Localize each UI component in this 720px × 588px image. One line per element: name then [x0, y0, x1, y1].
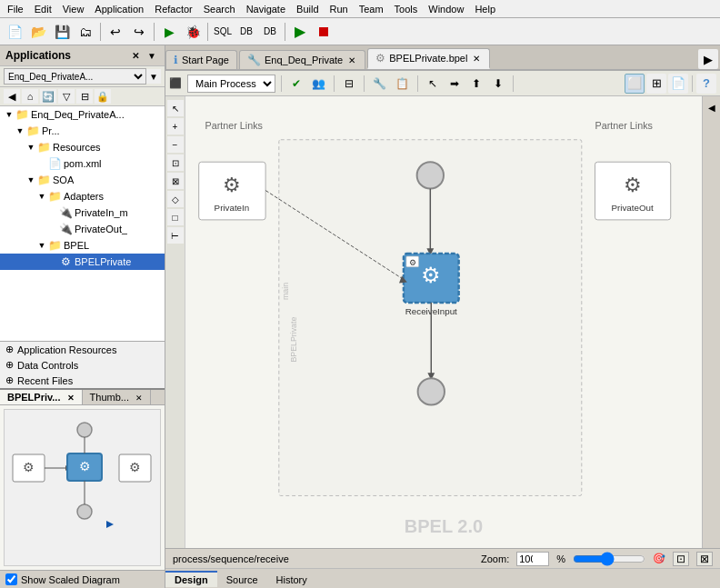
menu-team[interactable]: Team: [354, 2, 389, 16]
cursor-btn[interactable]: ↖: [424, 75, 442, 93]
people-btn[interactable]: 👥: [309, 75, 328, 93]
menu-edit[interactable]: Edit: [29, 2, 57, 16]
new-btn[interactable]: 📄: [4, 22, 25, 42]
menu-file[interactable]: File: [2, 2, 29, 16]
clipboard-btn[interactable]: 📋: [393, 75, 412, 93]
zoom-out-btn[interactable]: ⊠: [696, 552, 713, 566]
sql-btn[interactable]: SQL: [212, 22, 234, 42]
app-header-expand[interactable]: ▼: [145, 48, 159, 63]
minus-btn[interactable]: ⊟: [340, 75, 358, 93]
tree-lock-btn[interactable]: 🔒: [95, 89, 111, 104]
data-controls-item[interactable]: ⊕ Data Controls: [0, 357, 165, 373]
tree-node-bpelprivate[interactable]: ▷ ⚙ BPELPrivate: [0, 254, 165, 270]
bpel-private-tab-close[interactable]: ✕: [471, 54, 482, 64]
arrow-btn[interactable]: ➡: [445, 75, 464, 93]
undo-btn[interactable]: ↩: [105, 22, 126, 42]
tab-bpel-private[interactable]: ⚙ BPELPrivate.bpel ✕: [367, 48, 490, 69]
run-btn[interactable]: ▶: [158, 22, 180, 42]
app-header-close[interactable]: ✕: [128, 48, 143, 63]
tree-back-btn[interactable]: ◀: [4, 89, 20, 104]
wrench-btn[interactable]: 🔧: [370, 75, 389, 93]
menu-window[interactable]: Window: [423, 2, 469, 16]
debug-btn[interactable]: 🐞: [182, 22, 204, 42]
tab-enq-deq[interactable]: 🔧 Enq_Deq_Private ✕: [239, 50, 365, 69]
tree-node-pom[interactable]: ▷ 📄 pom.xml: [0, 155, 165, 172]
app-filter-select[interactable]: Enq_Deq_PrivateA...: [4, 68, 146, 85]
tree-filter-btn[interactable]: ▽: [58, 89, 75, 104]
thumb-tab-thumb-label: Thumb...: [90, 392, 129, 403]
thumb-tab-bpel-close[interactable]: ✕: [67, 394, 75, 403]
process-sep1: [281, 75, 282, 92]
split-view-btn[interactable]: ⊞: [646, 74, 666, 94]
menu-run[interactable]: Run: [325, 2, 354, 16]
open-btn[interactable]: 📂: [27, 22, 49, 42]
design-view-btn[interactable]: ⬜: [625, 74, 645, 94]
tree-toggle-enq[interactable]: ▼: [4, 109, 15, 120]
help-btn[interactable]: ?: [696, 74, 716, 94]
tree-node-bpel[interactable]: ▼ 📁 BPEL: [0, 237, 165, 254]
tab-start-page[interactable]: ℹ Start Page: [165, 50, 237, 69]
tree-node-adapters[interactable]: ▼ 📁 Adapters: [0, 188, 165, 204]
db1-btn[interactable]: DB: [235, 22, 257, 42]
menu-view[interactable]: View: [57, 2, 90, 16]
save-all-btn[interactable]: 🗂: [75, 22, 96, 42]
redo-btn[interactable]: ↪: [128, 22, 150, 42]
save-btn[interactable]: 💾: [51, 22, 73, 42]
down-btn[interactable]: ⬇: [489, 75, 507, 93]
up-btn[interactable]: ⬆: [467, 75, 485, 93]
menu-navigate[interactable]: Navigate: [241, 2, 291, 16]
tree-sync-btn[interactable]: 🔄: [40, 89, 56, 104]
enq-deq-tab-close[interactable]: ✕: [346, 55, 357, 65]
palette-fit[interactable]: ⊡: [167, 154, 184, 171]
stop-btn[interactable]: ⏹: [313, 22, 335, 42]
menu-search[interactable]: Search: [198, 2, 241, 16]
tree-node-privatein[interactable]: ▷ 🔌 PrivateIn_m: [0, 204, 165, 221]
play-btn[interactable]: ▶: [289, 22, 311, 42]
thumb-tab-thumb[interactable]: Thumb... ✕: [83, 390, 151, 404]
menu-tools[interactable]: Tools: [389, 2, 424, 16]
tab-scroll-right[interactable]: ▶: [698, 49, 718, 69]
bottom-tab-source[interactable]: Source: [217, 571, 267, 587]
palette-diamond[interactable]: ◇: [167, 191, 184, 207]
palette-rect[interactable]: □: [167, 209, 184, 225]
bottom-tree: ⊕ Application Resources ⊕ Data Controls …: [0, 341, 165, 388]
zoom-fit-btn[interactable]: ⊡: [673, 552, 689, 566]
palette-fit2[interactable]: ⊠: [167, 173, 184, 189]
menu-application[interactable]: Application: [89, 2, 149, 16]
zoom-slider[interactable]: [573, 553, 645, 565]
show-scaled-checkbox[interactable]: [5, 573, 17, 585]
menu-refactor[interactable]: Refactor: [149, 2, 198, 16]
tree-toggle-resources[interactable]: ▼: [25, 142, 36, 153]
applications-title: Applications: [5, 49, 71, 62]
palette-zoom-in[interactable]: +: [167, 118, 184, 135]
right-side-btn1[interactable]: ◀: [705, 100, 719, 115]
process-select[interactable]: Main Process: [187, 75, 275, 93]
palette-zoom-out[interactable]: −: [167, 136, 184, 153]
tree-node-soa[interactable]: ▼ 📁 SOA: [0, 172, 165, 188]
tree-node-enq[interactable]: ▼ 📁 Enq_Deq_PrivateA...: [0, 106, 165, 123]
bottom-tab-history[interactable]: History: [267, 571, 316, 587]
tree-toggle-soa[interactable]: ▼: [25, 174, 36, 185]
tree-node-resources[interactable]: ▼ 📁 Resources: [0, 139, 165, 155]
menu-build[interactable]: Build: [291, 2, 324, 16]
db2-btn[interactable]: DB: [259, 22, 281, 42]
app-resources-item[interactable]: ⊕ Application Resources: [0, 342, 165, 357]
tree-collapse-btn[interactable]: ⊟: [76, 89, 93, 104]
source-view-btn[interactable]: 📄: [668, 74, 688, 94]
tree-node-pr[interactable]: ▼ 📁 Pr...: [0, 123, 165, 139]
recent-files-item[interactable]: ⊕ Recent Files: [0, 373, 165, 388]
thumb-tab-thumb-close[interactable]: ✕: [135, 394, 143, 403]
validate-btn[interactable]: ✔: [287, 75, 305, 93]
zoom-input[interactable]: [516, 552, 549, 566]
menu-help[interactable]: Help: [469, 2, 501, 16]
tree-node-privateout[interactable]: ▷ 🔌 PrivateOut_: [0, 221, 165, 237]
tree-toggle-bpel[interactable]: ▼: [36, 240, 47, 251]
tree-toggle-pr[interactable]: ▼: [15, 125, 25, 136]
tree-toggle-adapters[interactable]: ▼: [36, 191, 47, 202]
palette-select[interactable]: ↖: [167, 100, 184, 116]
bottom-tab-design[interactable]: Design: [165, 571, 217, 587]
app-filter-btn[interactable]: ▼: [146, 69, 161, 84]
palette-line[interactable]: ⊢: [167, 227, 184, 244]
tree-home-btn[interactable]: ⌂: [22, 89, 38, 104]
thumb-tab-bpel[interactable]: BPELPriv... ✕: [0, 390, 83, 404]
